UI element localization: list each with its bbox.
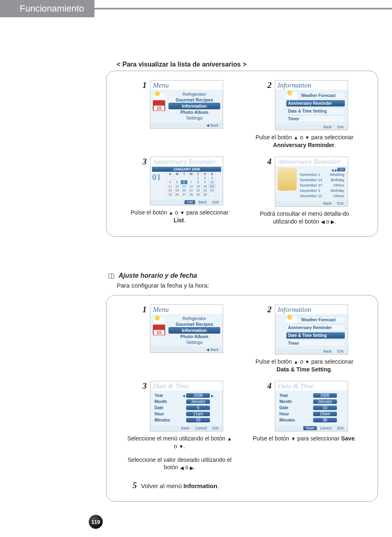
screen-title: Menu xyxy=(150,81,223,90)
save-button[interactable]: Save xyxy=(178,426,192,430)
dt-value[interactable]: 10 xyxy=(313,406,337,410)
right-arrow-icon[interactable]: ▶ xyxy=(211,394,214,398)
step-number: 2 xyxy=(261,304,272,315)
calendar-month: JANUARY 2006 xyxy=(152,167,221,172)
step-caption: Pulse el botón ▼ para seleccionar Save. xyxy=(253,435,356,443)
step-caption: Pulse el botón ▲ o ▼ para seleccionar Da… xyxy=(251,358,358,373)
up-triangle-icon: ▲ xyxy=(293,359,298,365)
screen-title: Date & Time xyxy=(275,381,348,390)
exit-button[interactable]: Exit xyxy=(335,426,346,430)
down-triangle-icon: ▼ xyxy=(305,359,310,365)
menu-item[interactable]: Gourmet Recipes xyxy=(168,321,220,327)
dt-value[interactable]: January xyxy=(186,399,210,404)
menu-item[interactable]: Refrigerator xyxy=(168,316,220,321)
exit-button[interactable]: Exit xyxy=(335,201,346,205)
menu-item[interactable]: Settings xyxy=(168,339,220,345)
header-tab: Funcionamiento xyxy=(0,0,95,17)
screen-title: Date & Time xyxy=(150,381,223,390)
menu-item[interactable]: Photo Album xyxy=(168,334,220,339)
menu-item[interactable]: Refrigerator xyxy=(168,91,220,97)
back-button[interactable]: Back xyxy=(196,200,209,204)
exit-button[interactable]: Exit xyxy=(335,349,346,353)
screen-title: Information xyxy=(275,81,348,90)
left-triangle-icon: ◀ xyxy=(321,219,325,225)
exit-button[interactable]: Exit xyxy=(210,200,221,204)
down-triangle-icon: ▼ xyxy=(291,436,296,442)
screenshot-datetime: Date & Time Year2006 MonthJanuary Date10… xyxy=(275,381,348,431)
menu-item[interactable]: Settings xyxy=(168,115,220,121)
step-number: 1 xyxy=(136,80,147,90)
section2-intro: Para configurar la fecha y la hora: xyxy=(117,282,209,289)
dt-value[interactable]: 10am xyxy=(313,412,337,416)
up-triangle-icon: ▲ xyxy=(227,436,232,442)
cancel-button[interactable]: Cancel xyxy=(193,426,209,430)
right-triangle-icon: ▶ xyxy=(190,465,194,471)
screen-title: Anniversary Reminder xyxy=(150,157,223,166)
screen-title: Anniversary Reminder xyxy=(275,157,348,166)
step-number: 2 xyxy=(261,80,272,90)
book-icon xyxy=(108,274,114,279)
screenshot-information: Information Weather Forecast Anniversary… xyxy=(275,304,348,355)
step-caption: Pulse el botón ▲ o ▼ para seleccionar Li… xyxy=(126,209,233,224)
left-arrow-icon[interactable]: ◀ xyxy=(182,394,185,398)
datetime-table: Year◀ 2006 ▶ MonthJanuary Date6 Hour11am… xyxy=(153,392,220,424)
left-arrow-icon[interactable]: ◀ xyxy=(331,168,334,172)
step-number: 4 xyxy=(261,157,272,167)
info-item-selected[interactable]: Date & Time Setting xyxy=(286,332,345,339)
dt-value[interactable]: 11am xyxy=(186,412,210,416)
down-triangle-icon: ▼ xyxy=(180,210,185,216)
back-button[interactable]: ◀ Back xyxy=(204,348,221,352)
screenshot-menu: Menu Refrigerator Gourmet Recipes xyxy=(150,80,223,129)
list-button[interactable]: List xyxy=(184,200,195,204)
exit-button[interactable]: Exit xyxy=(210,426,221,430)
step-caption: Pulse el botón ▲ o ▼ para seleccionar An… xyxy=(251,134,358,149)
step-caption: Volver al menú Information. xyxy=(141,482,219,489)
section1-title: < Para visualizar la lista de aniversari… xyxy=(117,61,247,68)
anniversary-illustration-icon xyxy=(278,168,297,191)
menu-item[interactable]: Photo Album xyxy=(168,109,220,115)
header-rule xyxy=(95,8,392,9)
info-item[interactable]: Timer xyxy=(286,115,345,122)
right-arrow-icon[interactable]: ▶ xyxy=(335,168,337,172)
weather-icon xyxy=(286,93,297,99)
save-button[interactable]: Save xyxy=(303,426,317,430)
step-number: 5 xyxy=(126,480,137,491)
page-number-badge: 119 xyxy=(89,515,103,529)
step-number: 3 xyxy=(136,157,147,167)
up-triangle-icon: ▲ xyxy=(168,210,173,216)
info-item[interactable]: Weather Forecast xyxy=(299,316,345,323)
calendar-big-day: 01 xyxy=(152,172,161,182)
back-button[interactable]: Back xyxy=(321,125,334,129)
dt-value[interactable]: January xyxy=(313,399,337,404)
dt-value[interactable]: 6 xyxy=(186,406,210,410)
menu-item-selected[interactable]: Information xyxy=(168,327,220,334)
step-caption: Seleccione el menú utilizando el botón ▲… xyxy=(126,435,233,450)
back-button[interactable]: Back xyxy=(321,349,334,353)
dt-value[interactable]: 2006 xyxy=(313,393,337,398)
dt-value[interactable]: 2006 xyxy=(186,393,210,398)
dt-value[interactable]: 33 xyxy=(186,418,210,422)
info-item[interactable]: Timer xyxy=(286,340,345,347)
screenshot-datetime: Date & Time Year◀ 2006 ▶ MonthJanuary Da… xyxy=(150,381,223,431)
calendar-icon xyxy=(153,100,165,111)
back-button[interactable]: Back xyxy=(321,201,334,205)
back-button[interactable]: ◀ Back xyxy=(204,123,221,127)
info-item-selected[interactable]: Anniversary Reminder xyxy=(286,100,345,107)
page-indicator: 1/2 xyxy=(337,168,345,171)
down-triangle-icon: ▼ xyxy=(179,443,184,450)
calendar-grid: SMTWTFS 123 45678910 11121314151617 1819… xyxy=(166,172,216,197)
calendar-icon xyxy=(153,325,165,335)
menu-item-selected[interactable]: Information xyxy=(168,103,220,109)
info-item[interactable]: Anniversary Reminder xyxy=(286,324,345,331)
cancel-button[interactable]: Cancel xyxy=(318,426,334,430)
screenshot-anniv-list: Anniversary Reminder ◀ 1/2 ▶ November 1W… xyxy=(275,157,348,207)
dt-value[interactable]: 36 xyxy=(313,418,337,422)
info-item[interactable]: Date & Time Setting xyxy=(286,108,345,115)
right-triangle-icon: ▶ xyxy=(331,219,334,225)
exit-button[interactable]: Exit xyxy=(335,125,346,129)
step-number: 3 xyxy=(136,381,147,391)
screen-title: Information xyxy=(275,305,348,314)
info-item[interactable]: Weather Forecast xyxy=(299,92,345,99)
menu-item[interactable]: Gourmet Recipes xyxy=(168,97,220,103)
step-number: 4 xyxy=(261,381,272,391)
